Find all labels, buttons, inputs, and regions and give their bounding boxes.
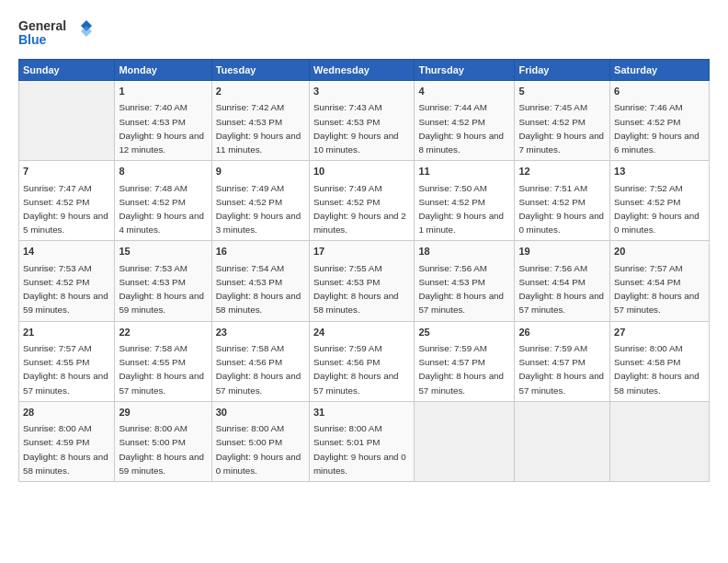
table-row: 14Sunrise: 7:53 AMSunset: 4:52 PMDayligh… [19,241,115,321]
day-number: 4 [418,85,510,98]
table-row: 20Sunrise: 7:57 AMSunset: 4:54 PMDayligh… [610,241,710,321]
day-number: 3 [313,85,410,98]
day-number: 5 [518,85,606,98]
col-header-tuesday: Tuesday [211,60,309,81]
table-row: 6Sunrise: 7:46 AMSunset: 4:52 PMDaylight… [610,81,710,161]
day-number: 1 [119,85,207,98]
day-info: Sunrise: 7:58 AMSunset: 4:55 PMDaylight:… [119,343,204,396]
table-row: 13Sunrise: 7:52 AMSunset: 4:52 PMDayligh… [610,161,710,241]
svg-text:Blue: Blue [18,32,47,47]
day-info: Sunrise: 7:45 AMSunset: 4:52 PMDaylight:… [518,102,604,155]
day-info: Sunrise: 7:49 AMSunset: 4:52 PMDaylight:… [216,183,301,236]
table-row: 16Sunrise: 7:54 AMSunset: 4:53 PMDayligh… [211,241,309,321]
table-row [415,401,515,481]
day-number: 14 [23,245,110,259]
table-row: 21Sunrise: 7:57 AMSunset: 4:55 PMDayligh… [19,321,115,401]
table-row: 3Sunrise: 7:43 AMSunset: 4:53 PMDaylight… [309,81,414,161]
day-number: 30 [216,406,305,419]
table-row: 2Sunrise: 7:42 AMSunset: 4:53 PMDaylight… [211,81,309,161]
table-row: 22Sunrise: 7:58 AMSunset: 4:55 PMDayligh… [115,321,211,401]
day-info: Sunrise: 7:44 AMSunset: 4:52 PMDaylight:… [418,102,504,155]
day-info: Sunrise: 7:53 AMSunset: 4:53 PMDaylight:… [119,263,204,316]
day-number: 25 [418,326,510,339]
col-header-wednesday: Wednesday [309,60,414,81]
day-number: 11 [418,165,510,178]
day-number: 28 [23,406,110,419]
table-row: 24Sunrise: 7:59 AMSunset: 4:56 PMDayligh… [309,321,414,401]
table-row: 27Sunrise: 8:00 AMSunset: 4:58 PMDayligh… [610,321,710,401]
table-row: 28Sunrise: 8:00 AMSunset: 4:59 PMDayligh… [19,401,115,481]
day-number: 22 [119,326,207,339]
day-info: Sunrise: 7:59 AMSunset: 4:57 PMDaylight:… [518,343,604,396]
col-header-saturday: Saturday [610,60,710,81]
table-row: 29Sunrise: 8:00 AMSunset: 5:00 PMDayligh… [115,401,211,481]
day-number: 29 [119,406,207,419]
day-number: 16 [216,245,305,259]
day-number: 20 [614,245,705,259]
table-row: 19Sunrise: 7:56 AMSunset: 4:54 PMDayligh… [515,241,610,321]
table-row: 7Sunrise: 7:47 AMSunset: 4:52 PMDaylight… [19,161,115,241]
table-row [19,81,115,161]
day-number: 26 [518,326,606,339]
day-number: 10 [313,165,410,178]
day-info: Sunrise: 7:56 AMSunset: 4:54 PMDaylight:… [518,263,604,316]
table-row: 10Sunrise: 7:49 AMSunset: 4:52 PMDayligh… [309,161,414,241]
table-row: 25Sunrise: 7:59 AMSunset: 4:57 PMDayligh… [415,321,515,401]
day-info: Sunrise: 8:00 AMSunset: 5:00 PMDaylight:… [216,423,301,476]
svg-text:General: General [18,18,66,33]
day-info: Sunrise: 8:00 AMSunset: 5:00 PMDaylight:… [119,423,204,476]
day-number: 13 [614,165,705,178]
table-row: 31Sunrise: 8:00 AMSunset: 5:01 PMDayligh… [309,401,414,481]
day-info: Sunrise: 7:50 AMSunset: 4:52 PMDaylight:… [418,183,504,236]
day-number: 6 [614,85,705,98]
day-info: Sunrise: 7:42 AMSunset: 4:53 PMDaylight:… [216,102,301,155]
day-info: Sunrise: 7:57 AMSunset: 4:54 PMDaylight:… [614,263,700,316]
day-number: 15 [119,245,207,259]
col-header-thursday: Thursday [415,60,515,81]
col-header-monday: Monday [115,60,211,81]
day-info: Sunrise: 7:56 AMSunset: 4:53 PMDaylight:… [418,263,504,316]
day-info: Sunrise: 7:40 AMSunset: 4:53 PMDaylight:… [119,102,204,155]
table-row: 17Sunrise: 7:55 AMSunset: 4:53 PMDayligh… [309,241,414,321]
table-row: 11Sunrise: 7:50 AMSunset: 4:52 PMDayligh… [415,161,515,241]
col-header-sunday: Sunday [19,60,115,81]
day-info: Sunrise: 7:54 AMSunset: 4:53 PMDaylight:… [216,263,301,316]
day-number: 2 [216,85,305,98]
day-info: Sunrise: 7:55 AMSunset: 4:53 PMDaylight:… [313,263,399,316]
table-row: 4Sunrise: 7:44 AMSunset: 4:52 PMDaylight… [415,81,515,161]
page-header: General Blue [18,17,710,50]
day-info: Sunrise: 7:49 AMSunset: 4:52 PMDaylight:… [313,183,406,236]
table-row: 1Sunrise: 7:40 AMSunset: 4:53 PMDaylight… [115,81,211,161]
day-number: 18 [418,245,510,259]
day-info: Sunrise: 7:43 AMSunset: 4:53 PMDaylight:… [313,102,399,155]
table-row: 15Sunrise: 7:53 AMSunset: 4:53 PMDayligh… [115,241,211,321]
day-info: Sunrise: 8:00 AMSunset: 4:59 PMDaylight:… [23,423,108,476]
table-row [610,401,710,481]
day-info: Sunrise: 7:46 AMSunset: 4:52 PMDaylight:… [614,102,700,155]
table-row: 30Sunrise: 8:00 AMSunset: 5:00 PMDayligh… [211,401,309,481]
day-info: Sunrise: 7:59 AMSunset: 4:56 PMDaylight:… [313,343,399,396]
day-info: Sunrise: 7:51 AMSunset: 4:52 PMDaylight:… [518,183,604,236]
calendar-table: SundayMondayTuesdayWednesdayThursdayFrid… [18,59,710,482]
day-number: 7 [23,165,110,178]
day-number: 12 [518,165,606,178]
logo-svg: General Blue [18,17,92,50]
logo: General Blue [18,17,92,50]
day-number: 19 [518,245,606,259]
day-info: Sunrise: 7:59 AMSunset: 4:57 PMDaylight:… [418,343,504,396]
table-row: 9Sunrise: 7:49 AMSunset: 4:52 PMDaylight… [211,161,309,241]
day-number: 9 [216,165,305,178]
day-number: 24 [313,326,410,339]
table-row [515,401,610,481]
table-row: 18Sunrise: 7:56 AMSunset: 4:53 PMDayligh… [415,241,515,321]
day-info: Sunrise: 7:47 AMSunset: 4:52 PMDaylight:… [23,183,108,236]
day-info: Sunrise: 7:57 AMSunset: 4:55 PMDaylight:… [23,343,108,396]
day-number: 21 [23,326,110,339]
day-number: 17 [313,245,410,259]
table-row: 8Sunrise: 7:48 AMSunset: 4:52 PMDaylight… [115,161,211,241]
day-number: 31 [313,406,410,419]
table-row: 23Sunrise: 7:58 AMSunset: 4:56 PMDayligh… [211,321,309,401]
day-number: 27 [614,326,705,339]
day-info: Sunrise: 8:00 AMSunset: 4:58 PMDaylight:… [614,343,700,396]
day-info: Sunrise: 7:58 AMSunset: 4:56 PMDaylight:… [216,343,301,396]
